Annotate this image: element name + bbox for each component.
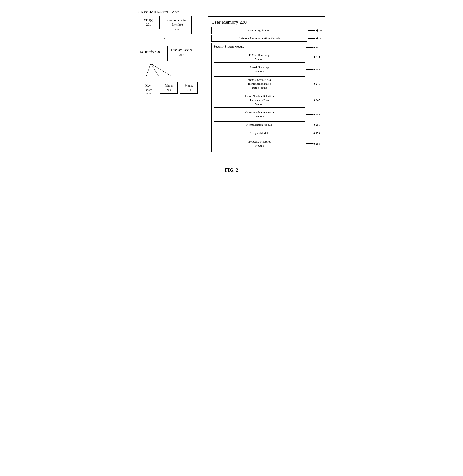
right-side: User Memory 230 Operating System 231 — [208, 16, 325, 155]
scam-line3: Data Module — [252, 86, 267, 89]
scam-ref-tag: 245 — [306, 82, 320, 86]
display-line1: Display Device — [171, 48, 192, 52]
scam-line1: Potential Scam E-Mail — [246, 78, 272, 81]
network-comm-arrowhead — [316, 37, 318, 39]
system-title: USER COMPUTING SYSTEM 100 — [135, 10, 180, 14]
keyboard-box: Key- Board 207 — [140, 82, 157, 98]
left-side: CPU(s) 201 Communication Interface 222 2… — [138, 16, 203, 155]
security-ref-num: 241 — [316, 46, 320, 49]
normalization-arrowhead — [313, 124, 315, 126]
phone-detect-ref-tag: 249 — [306, 113, 320, 116]
main-layout: CPU(s) 201 Communication Interface 222 2… — [138, 16, 325, 155]
security-arrowhead — [313, 46, 315, 48]
page-container: USER COMPUTING SYSTEM 100 CPU(s) 201 Com… — [133, 9, 330, 173]
analysis-row: Analysis Module 253 — [214, 130, 305, 137]
normalization-ref-num: 251 — [316, 123, 320, 127]
os-ref-tag: 231 — [308, 29, 322, 32]
security-title: Security System Module — [214, 45, 244, 48]
os-arrow-line — [308, 30, 315, 31]
phone-detect-line1: Phone Number Detection — [245, 111, 274, 114]
printer-box: Printer 209 — [160, 82, 178, 94]
phone-detect-arrow-line — [306, 114, 313, 115]
email-scan-arrowhead — [313, 69, 315, 71]
svg-line-1 — [151, 64, 159, 76]
email-recv-arrowhead — [313, 56, 315, 58]
mouse-line1: Mouse — [185, 84, 193, 87]
analysis-ref-tag: 253 — [306, 132, 320, 135]
fig-label: FIG. 2 — [225, 167, 238, 173]
mouse-box: Mouse 211 — [180, 82, 198, 94]
analysis-label: Analysis Module — [249, 131, 269, 135]
io-label: I/O Interface 205 — [140, 50, 161, 53]
normalization-box: Normalization Module — [214, 121, 305, 128]
io-connector-lines — [142, 64, 186, 77]
cpu-box: CPU(s) 201 — [138, 16, 160, 29]
comm-line2: Interface — [172, 23, 183, 26]
protective-arrow-line — [306, 143, 313, 144]
phone-detect-params-box: Phone Number Detection Parameters Data M… — [214, 93, 305, 108]
display-line2: 213 — [179, 53, 184, 57]
normalization-label: Normalization Module — [246, 123, 273, 126]
cpu-label-line2: 201 — [146, 23, 151, 26]
scam-arrowhead — [313, 83, 315, 85]
top-boxes: CPU(s) 201 Communication Interface 222 — [138, 16, 203, 34]
phone-detect-params-row: Phone Number Detection Parameters Data M… — [214, 93, 305, 108]
security-section: Security System Module 241 E-Mail Receiv… — [211, 43, 307, 152]
phone-detect-row: Phone Number Detection Module 249 — [214, 109, 305, 120]
email-scanning-box: E-mail Scanning Module — [214, 64, 305, 75]
line-202: 202 — [138, 40, 203, 40]
phone-detect-box: Phone Number Detection Module — [214, 109, 305, 120]
protective-box: Protective Measures Module — [214, 138, 305, 149]
analysis-ref-num: 253 — [316, 132, 320, 135]
printer-line2: 209 — [167, 88, 171, 92]
phone-params-line1: Phone Number Detection — [245, 94, 274, 98]
io-lines-area — [138, 64, 203, 78]
phone-detect-arrowhead — [313, 113, 315, 116]
network-comm-ref-tag: 233 — [308, 37, 322, 40]
system-border: USER COMPUTING SYSTEM 100 CPU(s) 201 Com… — [133, 9, 330, 160]
io-interface-box: I/O Interface 205 — [138, 48, 164, 59]
svg-line-2 — [151, 64, 170, 76]
phone-params-arrowhead — [313, 99, 315, 101]
analysis-arrow-line — [306, 133, 313, 134]
network-comm-arrow-line — [308, 38, 315, 39]
comm-interface-box: Communication Interface 222 — [163, 16, 192, 34]
protective-row: Protective Measures Module 255 — [214, 138, 305, 149]
email-receiving-row: E-Mail Receiving Module 243 — [214, 52, 305, 62]
normalization-row: Normalization Module 251 — [214, 121, 305, 128]
security-arrow-line — [306, 47, 313, 48]
printer-line1: Printer — [165, 84, 173, 87]
phone-params-ref-tag: 247 — [306, 98, 320, 102]
comm-line1: Communication — [168, 19, 187, 22]
memory-title: User Memory 230 — [211, 19, 307, 25]
os-arrowhead — [316, 29, 318, 32]
email-recv-line2: Module — [255, 57, 264, 61]
scam-line2: Identification Rules — [248, 82, 271, 85]
email-scan-line2: Module — [255, 70, 264, 73]
email-recv-line1: E-Mail Receiving — [249, 53, 270, 57]
mouse-line2: 211 — [187, 88, 191, 92]
io-display-row: I/O Interface 205 Display Device 213 — [138, 46, 203, 61]
network-comm-row: Network Communication Module 233 — [211, 35, 307, 42]
email-scan-ref-num: 244 — [316, 68, 320, 71]
email-recv-ref-num: 243 — [316, 55, 320, 59]
line-202-area: 202 — [138, 36, 203, 43]
network-comm-ref-num: 233 — [318, 37, 322, 40]
network-comm-label: Network Communication Module — [239, 37, 280, 40]
email-scan-line1: E-mail Scanning — [250, 66, 269, 69]
line-202-label: 202 — [164, 36, 169, 40]
kb-line3: 207 — [146, 93, 151, 96]
email-scan-arrow-line — [306, 69, 313, 70]
scam-ref-num: 245 — [316, 82, 320, 86]
os-label: Operating System — [248, 29, 271, 32]
normalization-ref-tag: 251 — [306, 123, 320, 127]
phone-params-line2: Parameters Data — [250, 98, 269, 102]
phone-detect-ref-num: 249 — [316, 113, 320, 116]
os-ref-num: 231 — [318, 29, 322, 32]
potential-scam-row: Potential Scam E-Mail Identification Rul… — [214, 76, 305, 91]
email-recv-ref-tag: 243 — [306, 55, 320, 59]
email-scanning-row: E-mail Scanning Module 244 — [214, 64, 305, 75]
kb-line2: Board — [145, 88, 152, 92]
display-device-box: Display Device 213 — [168, 46, 196, 61]
email-scan-ref-tag: 244 — [306, 68, 320, 71]
